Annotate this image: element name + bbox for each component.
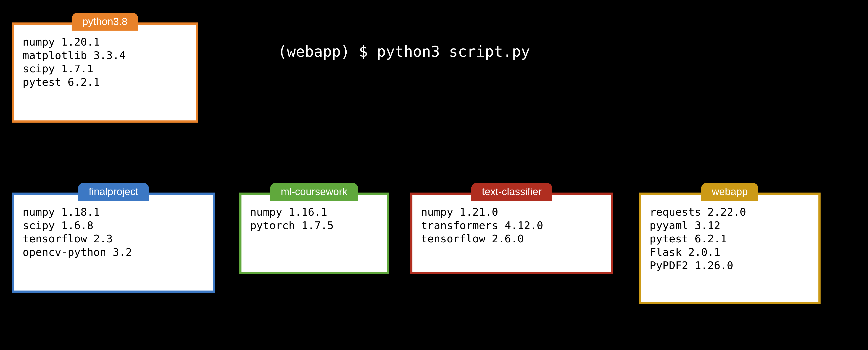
package-list: requests 2.22.0 pyyaml 3.12 pytest 6.2.1… bbox=[650, 205, 810, 272]
env-tab-finalproject: finalproject bbox=[78, 183, 149, 201]
env-ml-coursework: ml-coursework numpy 1.16.1 pytorch 1.7.5 bbox=[239, 193, 389, 274]
env-tab-webapp: webapp bbox=[701, 183, 758, 201]
package-list: numpy 1.20.1 matplotlib 3.3.4 scipy 1.7.… bbox=[23, 35, 187, 89]
env-webapp: webapp requests 2.22.0 pyyaml 3.12 pytes… bbox=[639, 193, 820, 304]
package-list: numpy 1.18.1 scipy 1.6.8 tensorflow 2.3 … bbox=[23, 205, 204, 259]
env-text-classifier: text-classifier numpy 1.21.0 transformer… bbox=[410, 193, 613, 274]
env-tab-text-classifier: text-classifier bbox=[471, 183, 552, 201]
env-finalproject: finalproject numpy 1.18.1 scipy 1.6.8 te… bbox=[12, 193, 215, 293]
env-tab-python38: python3.8 bbox=[72, 12, 138, 31]
env-python38: python3.8 numpy 1.20.1 matplotlib 3.3.4 … bbox=[12, 23, 198, 123]
package-list: numpy 1.16.1 pytorch 1.7.5 bbox=[250, 205, 378, 232]
env-tab-ml-coursework: ml-coursework bbox=[270, 183, 358, 201]
package-list: numpy 1.21.0 transformers 4.12.0 tensorf… bbox=[421, 205, 602, 245]
terminal-command: (webapp) $ python3 script.py bbox=[278, 43, 530, 60]
